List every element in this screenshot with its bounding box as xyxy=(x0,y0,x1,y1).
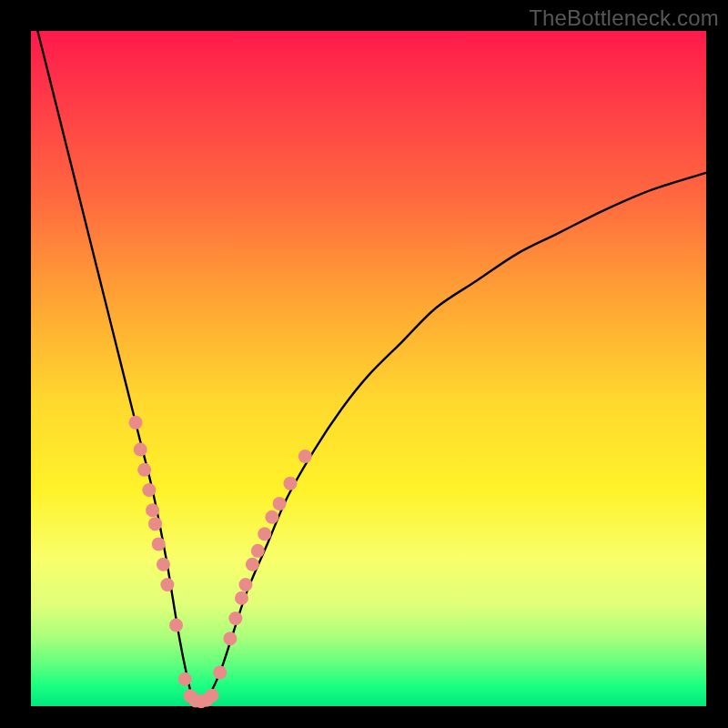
plot-area xyxy=(31,31,706,706)
curve-marker xyxy=(213,665,227,679)
curve-marker xyxy=(169,618,183,632)
bottleneck-curve-svg xyxy=(31,31,706,706)
curve-marker xyxy=(205,689,218,703)
curve-marker xyxy=(134,443,147,457)
curve-marker xyxy=(273,497,287,511)
curve-marker xyxy=(146,503,159,517)
chart-frame: TheBottleneck.com xyxy=(0,0,728,728)
curve-marker xyxy=(157,558,170,571)
curve-markers xyxy=(129,416,312,708)
curve-marker xyxy=(246,558,259,571)
watermark-text: TheBottleneck.com xyxy=(529,5,719,31)
curve-marker xyxy=(223,632,237,645)
curve-marker xyxy=(298,450,312,463)
curve-marker xyxy=(129,416,143,430)
curve-marker xyxy=(258,527,271,541)
curve-marker xyxy=(142,483,156,497)
bottleneck-curve-path xyxy=(37,31,706,703)
curve-marker xyxy=(160,578,174,592)
curve-marker xyxy=(152,537,166,551)
curve-marker xyxy=(265,511,278,524)
curve-marker xyxy=(228,612,242,625)
curve-marker xyxy=(251,544,265,558)
curve-marker xyxy=(148,517,162,531)
curve-marker xyxy=(235,592,248,605)
curve-marker xyxy=(283,477,297,490)
curve-marker xyxy=(137,463,151,477)
curve-marker xyxy=(178,672,192,686)
curve-marker xyxy=(238,578,252,592)
